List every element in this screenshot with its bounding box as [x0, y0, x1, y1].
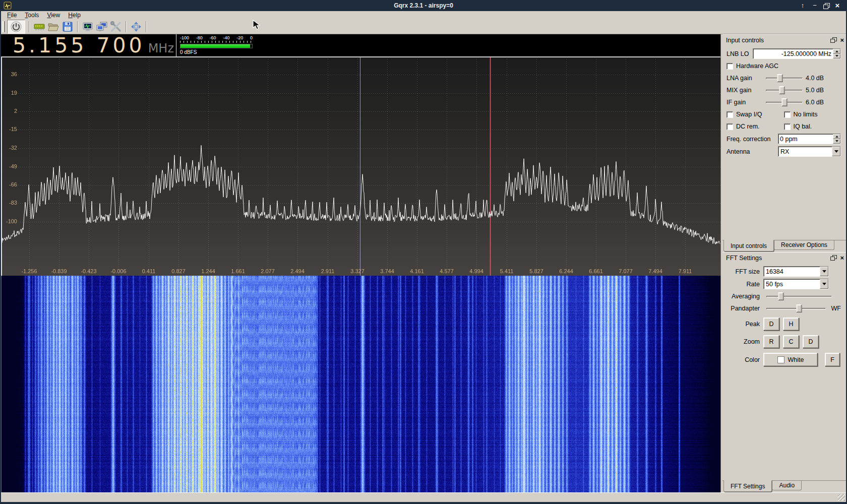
menu-item[interactable]: Tools	[21, 12, 43, 19]
waterfall-canvas[interactable]	[1, 276, 720, 492]
dock-close-icon[interactable]: ×	[840, 255, 844, 261]
checkbox-item: Swap I/Q	[727, 111, 784, 118]
frequency-display-row: 5.155 700 MHz -100-80-60-40-200 0 dBFS	[1, 34, 720, 56]
combo-arrow-icon[interactable]	[820, 267, 828, 276]
freq-correction-spinbox[interactable]: 0 ppm	[778, 134, 841, 144]
minimize-button[interactable]: −	[811, 2, 818, 9]
spin-down-button[interactable]	[833, 54, 840, 59]
resize-grip[interactable]	[838, 494, 845, 501]
pan-center-icon[interactable]	[129, 20, 143, 33]
frequency-display[interactable]: 5.155 700 MHz	[1, 34, 176, 56]
power-icon[interactable]	[9, 20, 23, 33]
peak-row: Peak DH	[727, 318, 841, 331]
spin-down-button[interactable]	[833, 139, 840, 144]
hardware-agc-checkbox[interactable]	[727, 63, 733, 70]
antenna-combobox[interactable]: RX	[778, 146, 841, 157]
hardware-agc-row: Hardware AGC	[727, 61, 841, 71]
checkbox-label: Swap I/Q	[736, 111, 762, 118]
menu-item[interactable]: File	[3, 12, 21, 19]
dock-tab[interactable]: Input controls	[723, 240, 774, 251]
freq-correction-value[interactable]: 0 ppm	[778, 136, 833, 143]
menu-item[interactable]: View	[43, 12, 64, 19]
dock-tab[interactable]: Audio	[772, 481, 802, 490]
close-button[interactable]: ×	[834, 2, 841, 9]
freq-tick-label: 4.577	[440, 268, 454, 274]
combo-arrow-icon[interactable]	[832, 147, 840, 156]
save-file-icon[interactable]	[60, 20, 75, 33]
rate-combobox[interactable]: 50 fps	[763, 279, 829, 289]
freq-tick-label: 5.411	[500, 268, 514, 274]
toolbar-handle[interactable]	[3, 21, 5, 32]
freq-tick-label: -0.006	[110, 268, 126, 274]
slider-handle[interactable]	[779, 86, 785, 94]
gain-label: IF gain	[727, 99, 763, 106]
rate-label: Rate	[727, 281, 760, 288]
meter-bar	[180, 44, 253, 48]
zoom-button[interactable]: D	[803, 335, 819, 348]
iq-checkbox[interactable]	[784, 123, 791, 130]
slider-handle[interactable]	[778, 292, 783, 300]
meter-dbfs-label: 0 dBFS	[180, 49, 253, 55]
iq-checkbox[interactable]	[727, 123, 733, 130]
dsp-toggle-icon[interactable]	[81, 20, 95, 33]
input-dock-tabbar: Input controlsReceiver Options	[722, 240, 846, 252]
spin-up-button[interactable]	[833, 134, 840, 139]
zoom-button[interactable]: R	[763, 335, 779, 348]
iq-checkbox[interactable]	[784, 111, 791, 118]
dock-tab[interactable]: Receiver Options	[774, 240, 834, 250]
slider-handle[interactable]	[781, 98, 787, 106]
combo-arrow-icon[interactable]	[820, 279, 828, 289]
averaging-label: Averaging	[727, 293, 760, 300]
open-file-icon[interactable]	[46, 20, 60, 33]
dock-close-icon[interactable]: ×	[840, 37, 844, 43]
menu-item[interactable]: Help	[64, 12, 85, 19]
tools-icon[interactable]	[109, 20, 123, 33]
zoom-row: Zoom RCD	[727, 335, 841, 348]
slider-handle[interactable]	[796, 304, 802, 312]
meter-tick-label: -20	[236, 35, 243, 40]
spectrum-canvas[interactable]	[1, 57, 720, 276]
db-tick-label: -32	[3, 145, 17, 151]
zoom-label: Zoom	[727, 338, 760, 345]
shade-button[interactable]: ↑	[799, 2, 806, 9]
status-bar	[1, 492, 846, 502]
freq-tick-label: 2.077	[261, 268, 275, 274]
lnb-lo-value[interactable]: -125.000000 MHz	[753, 50, 833, 57]
dock-float-icon[interactable]	[830, 255, 836, 261]
fft-size-combobox[interactable]: 16384	[763, 266, 829, 277]
averaging-row: Averaging	[727, 291, 841, 301]
mouse-cursor	[253, 20, 263, 31]
signal-meter: -100-80-60-40-200 0 dBFS	[176, 34, 256, 56]
slider-handle[interactable]	[777, 74, 782, 82]
peak-button[interactable]: D	[763, 318, 779, 331]
right-panel: Input controls × LNB LO -125.000000 MHz	[722, 34, 846, 492]
averaging-slider[interactable]	[766, 292, 832, 301]
iq-checkbox[interactable]	[727, 111, 733, 118]
color-button[interactable]: White	[763, 353, 818, 366]
wf-label: WF	[829, 305, 841, 312]
checkbox-label: No limits	[794, 111, 818, 118]
zoom-button[interactable]: C	[783, 335, 799, 348]
maximize-button[interactable]	[823, 3, 829, 8]
gain-label: MIX gain	[727, 87, 763, 94]
gain-slider[interactable]	[766, 74, 803, 83]
dock-tab[interactable]: FFT Settings	[723, 480, 772, 492]
peak-button[interactable]: H	[783, 318, 799, 331]
db-tick-label: -66	[3, 181, 17, 187]
dock-float-icon[interactable]	[830, 37, 836, 43]
pandapter-split-slider[interactable]	[766, 304, 826, 313]
waterfall[interactable]	[1, 276, 720, 492]
frequency-value[interactable]: 5.155 700	[13, 34, 145, 56]
gain-slider[interactable]	[766, 86, 803, 95]
freq-tick-label: 1.661	[231, 268, 245, 274]
db-tick-label: -49	[3, 163, 17, 169]
freeze-button[interactable]: F	[825, 353, 840, 366]
lnb-lo-spinbox[interactable]: -125.000000 MHz	[753, 48, 841, 59]
freq-tick-label: 4.161	[410, 268, 424, 274]
pandapter[interactable]: 36192-15-32-49-66-83-100 -1.256-0.839-0.…	[1, 56, 720, 276]
spin-up-button[interactable]	[833, 49, 840, 54]
devices-icon[interactable]	[95, 20, 109, 33]
gain-slider[interactable]	[766, 98, 803, 107]
color-value: White	[788, 356, 804, 363]
configure-io-icon[interactable]	[32, 20, 46, 33]
